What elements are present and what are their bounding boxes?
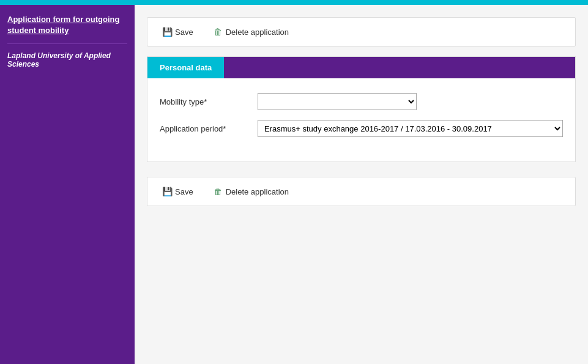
top-bar <box>0 0 588 5</box>
sidebar: Application form for outgoing student mo… <box>0 5 135 364</box>
sidebar-app-title[interactable]: Application form for outgoing student mo… <box>7 14 127 36</box>
save-button-bottom[interactable]: 💾 Save <box>155 184 201 199</box>
delete-label-bottom: Delete application <box>226 187 289 196</box>
sidebar-university: Lapland University of Applied Sciences <box>7 51 127 69</box>
save-icon: 💾 <box>162 27 172 37</box>
main-content: 💾 Save 🗑 Delete application Personal dat… <box>135 5 588 364</box>
delete-button[interactable]: 🗑 Delete application <box>206 24 296 40</box>
delete-icon: 🗑 <box>213 27 223 37</box>
delete-button-bottom[interactable]: 🗑 Delete application <box>206 184 296 199</box>
panel-body: Mobility type* Application period* Erasm… <box>147 78 575 162</box>
panel-header: Personal data <box>147 57 575 78</box>
mobility-type-select[interactable] <box>258 93 417 110</box>
mobility-type-row: Mobility type* <box>160 93 563 110</box>
bottom-toolbar: 💾 Save 🗑 Delete application <box>147 177 576 206</box>
sidebar-divider <box>7 43 127 44</box>
application-period-label: Application period* <box>160 124 258 133</box>
mobility-type-label: Mobility type* <box>160 97 258 106</box>
save-button[interactable]: 💾 Save <box>155 24 201 40</box>
personal-data-tab[interactable]: Personal data <box>147 57 224 78</box>
application-period-select[interactable]: Erasmus+ study exchange 2016-2017 / 17.0… <box>258 120 563 137</box>
delete-label: Delete application <box>226 28 289 37</box>
form-panel: Personal data Mobility type* Application… <box>147 56 576 162</box>
save-label: Save <box>175 28 193 37</box>
delete-icon-bottom: 🗑 <box>213 187 223 196</box>
application-period-row: Application period* Erasmus+ study excha… <box>160 120 563 137</box>
save-label-bottom: Save <box>175 187 193 196</box>
top-toolbar: 💾 Save 🗑 Delete application <box>147 17 576 46</box>
save-icon-bottom: 💾 <box>162 187 172 196</box>
